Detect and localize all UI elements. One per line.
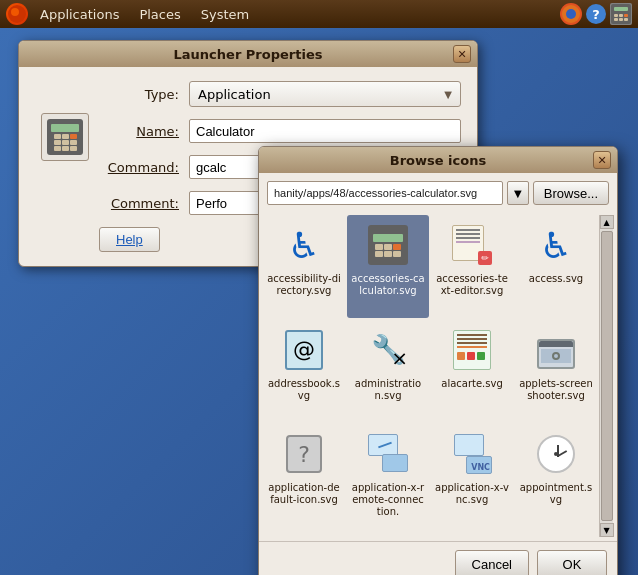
command-label: Command: [99,160,189,175]
icon-label-application-x-remote-connection: application-x-remote-connection. [351,482,425,518]
name-row: Name: [99,119,461,143]
icon-label-addressbook: addressbook.svg [267,378,341,402]
icon-label-appointment: appointment.svg [519,482,593,506]
icon-cell-applets-screenshooter[interactable]: applets-screenshooter.svg [515,320,597,423]
scroll-thumb[interactable] [601,231,613,521]
comment-label: Comment: [99,196,189,211]
icon-image-administration: 🔧 × [364,326,412,374]
name-input[interactable] [189,119,461,143]
path-dropdown-button[interactable]: ▼ [507,181,529,205]
icon-image-application-x-remote-connection [364,430,412,478]
icon-label-administration: administration.svg [351,378,425,402]
browse-titlebar: Browse icons ✕ [259,147,617,173]
browse-title: Browse icons [283,153,593,168]
taskbar-icons: ? [560,3,632,25]
icon-cell-accessories-text-editor[interactable]: ✏ accessories-text-editor.svg [431,215,513,318]
help-icon[interactable]: ? [586,4,606,24]
icon-label-alacarte: alacarte.svg [441,378,503,390]
icon-cell-access[interactable]: ♿access.svg [515,215,597,318]
launcher-close-button[interactable]: ✕ [453,45,471,63]
cancel-button[interactable]: Cancel [455,550,529,575]
icon-image-applets-screenshooter [532,326,580,374]
svg-point-3 [566,9,576,19]
firefox-icon[interactable] [560,3,582,25]
taskbar: Applications Places System ? [0,0,638,28]
icon-cell-application-x-vnc[interactable]: VNC application-x-vnc.svg [431,424,513,537]
icon-image-accessibility-directory: ♿ [280,221,328,269]
icon-cell-application-x-remote-connection[interactable]: application-x-remote-connection. [347,424,429,537]
launcher-title: Launcher Properties [43,47,453,62]
icon-cell-administration[interactable]: 🔧 × administration.svg [347,320,429,423]
icon-image-accessories-text-editor: ✏ [448,221,496,269]
icon-cell-accessories-calculator[interactable]: accessories-calculator.svg [347,215,429,318]
ok-button[interactable]: OK [537,550,607,575]
icon-image-alacarte [448,326,496,374]
icon-image-access: ♿ [532,221,580,269]
icon-label-application-default-icon: application-default-icon.svg [267,482,341,506]
icon-cell-accessibility-directory[interactable]: ♿accessibility-directory.svg [263,215,345,318]
icon-image-accessories-calculator [364,221,412,269]
taskbar-system[interactable]: System [193,5,257,24]
icons-grid: ♿accessibility-directory.svg accessories… [263,215,599,537]
type-label: Type: [99,87,189,102]
taskbar-applications[interactable]: Applications [32,5,127,24]
icon-image-appointment [532,430,580,478]
icon-label-accessibility-directory: accessibility-directory.svg [267,273,341,297]
path-bar: ▼ Browse... [259,173,617,211]
type-select[interactable]: Application ▼ [189,81,461,107]
path-input[interactable] [267,181,503,205]
scrollbar[interactable]: ▲ ▼ [599,215,613,537]
icon-image-application-default-icon: ? [280,430,328,478]
launcher-titlebar: Launcher Properties ✕ [19,41,477,67]
type-row: Type: Application ▼ [99,81,461,107]
launcher-icon-preview[interactable] [41,113,89,161]
icon-image-addressbook: @ [280,326,328,374]
type-select-value: Application [198,87,271,102]
icon-label-applets-screenshooter: applets-screenshooter.svg [519,378,593,402]
help-button[interactable]: Help [99,227,160,252]
taskbar-places[interactable]: Places [131,5,188,24]
desktop: Launcher Properties ✕ [0,28,638,575]
name-label: Name: [99,124,189,139]
scroll-up-button[interactable]: ▲ [600,215,614,229]
icon-label-accessories-text-editor: accessories-text-editor.svg [435,273,509,297]
icon-label-accessories-calculator: accessories-calculator.svg [351,273,425,297]
icon-cell-alacarte[interactable]: alacarte.svg [431,320,513,423]
calculator-taskbar-icon[interactable] [610,3,632,25]
browse-icons-window: Browse icons ✕ ▼ Browse... ♿accessibilit… [258,146,618,575]
scroll-down-button[interactable]: ▼ [600,523,614,537]
type-select-arrow-icon: ▼ [444,89,452,100]
svg-point-1 [11,8,19,16]
taskbar-logo [6,3,28,25]
icon-label-access: access.svg [529,273,583,285]
icon-image-application-x-vnc: VNC [448,430,496,478]
icon-cell-addressbook[interactable]: @ addressbook.svg [263,320,345,423]
browse-footer: Cancel OK [259,541,617,575]
browse-button[interactable]: Browse... [533,181,609,205]
icon-cell-application-default-icon[interactable]: ? application-default-icon.svg [263,424,345,537]
browse-close-button[interactable]: ✕ [593,151,611,169]
icon-cell-appointment[interactable]: appointment.svg [515,424,597,537]
icon-label-application-x-vnc: application-x-vnc.svg [435,482,509,506]
icons-grid-container: ♿accessibility-directory.svg accessories… [259,211,617,541]
